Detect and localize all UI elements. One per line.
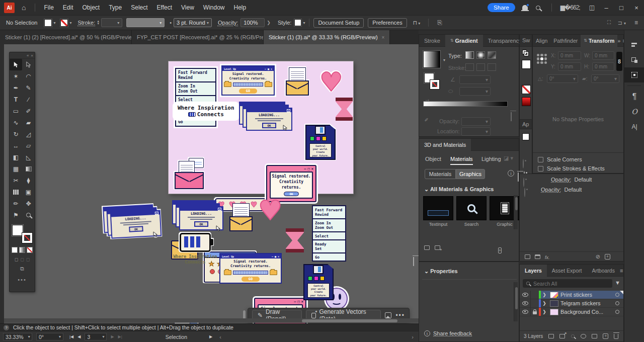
sticker-floppy-disk[interactable]: Control your world. Create your future. bbox=[305, 125, 336, 160]
type-tool[interactable]: T bbox=[10, 94, 22, 105]
visibility-icon[interactable] bbox=[522, 301, 528, 305]
eraser-tool[interactable]: ▰ bbox=[22, 117, 35, 128]
stroke-swatch[interactable] bbox=[60, 19, 68, 27]
sticker-envelope-open[interactable] bbox=[286, 67, 309, 96]
share-button[interactable]: Share bbox=[488, 3, 515, 12]
document-setup-button[interactable]: Document Setup bbox=[313, 18, 364, 28]
panel-scrollbar[interactable] bbox=[514, 195, 518, 229]
section-header[interactable]: ⌄ All Materials & Graphics bbox=[424, 186, 494, 193]
linear-gradient-button[interactable] bbox=[465, 51, 474, 59]
rectangle-tool[interactable]: ▭ bbox=[10, 105, 22, 117]
tab-transform[interactable]: ⇅Transform bbox=[581, 35, 617, 47]
duplicate-icon[interactable]: + bbox=[605, 254, 610, 260]
fill-stroke-indicator[interactable] bbox=[12, 225, 32, 243]
layer-thumbnail[interactable] bbox=[550, 309, 558, 315]
new-layer-icon[interactable]: + bbox=[603, 333, 608, 339]
appearance-tab[interactable]: Ap bbox=[520, 119, 532, 129]
properties-header[interactable]: ⌄ Properties bbox=[424, 268, 458, 275]
sticker-battery[interactable]: Where InspirationConnects bbox=[170, 233, 220, 265]
mesh-tool[interactable]: ▦ bbox=[10, 163, 22, 175]
draw-normal-icon[interactable]: ◻ bbox=[15, 257, 18, 262]
gradient-button[interactable] bbox=[19, 247, 25, 253]
swatch-white[interactable] bbox=[522, 60, 531, 69]
new-fill-icon[interactable] bbox=[535, 254, 540, 259]
scissors-tool[interactable]: ✂ bbox=[10, 175, 22, 186]
tab-layers[interactable]: Layers bbox=[520, 265, 547, 277]
artboard-navigation-select[interactable]: 3▾ bbox=[85, 333, 107, 340]
stroke-dropdown-icon[interactable]: ▾ bbox=[69, 21, 71, 25]
stroke-weight-label[interactable]: Stroke: bbox=[77, 20, 95, 26]
sticker-envelope-pink[interactable] bbox=[175, 158, 204, 189]
delete-icon[interactable] bbox=[518, 173, 519, 182]
last-artboard-icon[interactable]: ▶| bbox=[118, 334, 122, 339]
free-transform-tool[interactable]: ▱ bbox=[22, 140, 35, 151]
menu-window[interactable]: Window bbox=[199, 0, 229, 15]
tab-stroke[interactable]: Stroke bbox=[419, 35, 445, 47]
first-artboard-icon[interactable]: |◀ bbox=[69, 334, 73, 339]
stroke-panel-icon[interactable]: O bbox=[624, 104, 644, 119]
visibility-icon[interactable] bbox=[522, 293, 528, 297]
opacity-expand-icon[interactable]: ❯ bbox=[267, 20, 271, 25]
horizontal-scrollbar[interactable] bbox=[4, 318, 419, 323]
scale-corners-row[interactable]: Scale Corners bbox=[538, 156, 582, 162]
reference-point-grid[interactable] bbox=[537, 54, 547, 64]
tab-artboards[interactable]: Artboards bbox=[587, 265, 620, 277]
visibility-icon[interactable] bbox=[524, 188, 525, 197]
clipping-mask-icon[interactable] bbox=[581, 334, 586, 338]
magic-wand-tool[interactable]: ✶ bbox=[10, 70, 22, 82]
scroll-right-icon[interactable]: › bbox=[412, 334, 414, 340]
preferences-button[interactable]: Preferences bbox=[368, 18, 407, 28]
gradient-slider[interactable] bbox=[423, 101, 508, 107]
collapse-panel-icon[interactable]: « bbox=[27, 53, 29, 58]
constrain-proportions-icon[interactable]: 8 bbox=[616, 52, 622, 71]
help-icon[interactable]: ? bbox=[4, 325, 9, 330]
rotate-tool[interactable]: ↻ bbox=[10, 128, 22, 140]
menu-object[interactable]: Object bbox=[78, 0, 105, 15]
tab-pathfinder[interactable]: Pathfinder bbox=[550, 35, 581, 47]
gradient-dropdown-icon[interactable]: ▾ bbox=[443, 58, 445, 62]
pencil-tool[interactable]: ✏ bbox=[10, 198, 22, 209]
minimize-button[interactable]: – bbox=[599, 4, 614, 12]
menu-edit[interactable]: Edit bbox=[58, 0, 78, 15]
style-dropdown-icon[interactable]: ▾ bbox=[303, 21, 305, 25]
none-button[interactable] bbox=[27, 247, 33, 253]
lock-icon[interactable] bbox=[533, 311, 537, 314]
material-thumb-textinput[interactable] bbox=[423, 196, 453, 220]
sticker-levelup-window[interactable]: Level Up– ■ × Signal restored.Creativity… bbox=[219, 253, 282, 284]
sticker-inspiration[interactable]: Where Inspiration Connects bbox=[174, 103, 238, 120]
freeform-gradient-button[interactable] bbox=[488, 51, 496, 59]
panel-scrollbar[interactable] bbox=[514, 282, 518, 321]
delete-icon[interactable] bbox=[413, 257, 414, 266]
print-tiling-tool[interactable]: ⚑ bbox=[10, 209, 22, 221]
shape-builder-tool[interactable]: ◧ bbox=[10, 151, 22, 163]
transform-panel-icon[interactable] bbox=[624, 67, 644, 82]
sticker-envelope-open[interactable] bbox=[229, 203, 253, 231]
tab-lighting[interactable]: Lighting bbox=[481, 156, 501, 162]
menu-help[interactable]: Help bbox=[229, 0, 251, 15]
image-icon[interactable] bbox=[385, 312, 391, 318]
tab-asset-export[interactable]: Asset Export bbox=[547, 265, 587, 277]
close-tab-icon[interactable]: × bbox=[382, 35, 385, 40]
scale-tool[interactable]: ◿ bbox=[22, 128, 35, 140]
info-icon[interactable]: i bbox=[508, 170, 514, 177]
status-expand-icon[interactable]: ▶ bbox=[209, 334, 212, 339]
close-button[interactable]: × bbox=[629, 4, 644, 12]
stroke-color-well[interactable] bbox=[22, 233, 32, 243]
home-icon[interactable]: ⌂ bbox=[22, 4, 26, 12]
clear-appearance-icon[interactable]: ⊘ bbox=[596, 253, 600, 260]
notifications-bell-icon[interactable] bbox=[522, 5, 528, 10]
sticker-menu-list[interactable]: Fast ForwardRewind Zoom InZoom Out Selec… bbox=[312, 205, 346, 262]
screen-mode-icon[interactable]: ⧉ bbox=[20, 266, 24, 272]
filter-icon[interactable]: ▼ bbox=[615, 280, 620, 286]
menu-file[interactable]: File bbox=[39, 0, 58, 15]
arrange-documents-icon[interactable]: ◫ bbox=[589, 4, 594, 11]
paintbrush-tool[interactable]: ✐ bbox=[22, 105, 35, 117]
expand-icon[interactable]: ❯ bbox=[541, 301, 548, 306]
target-icon[interactable] bbox=[615, 301, 619, 305]
expand-icon[interactable]: ❯ bbox=[541, 292, 548, 297]
sticker-levelup-window[interactable]: Level Up– ■ × Signal restored.Creativity… bbox=[221, 65, 275, 96]
export-icon[interactable]: ↗ bbox=[559, 334, 565, 338]
tab-gradient[interactable]: ⇅Gradient bbox=[445, 35, 483, 47]
character-panel-icon[interactable]: A| bbox=[624, 119, 644, 134]
collect-artboard-icon[interactable] bbox=[548, 334, 554, 338]
